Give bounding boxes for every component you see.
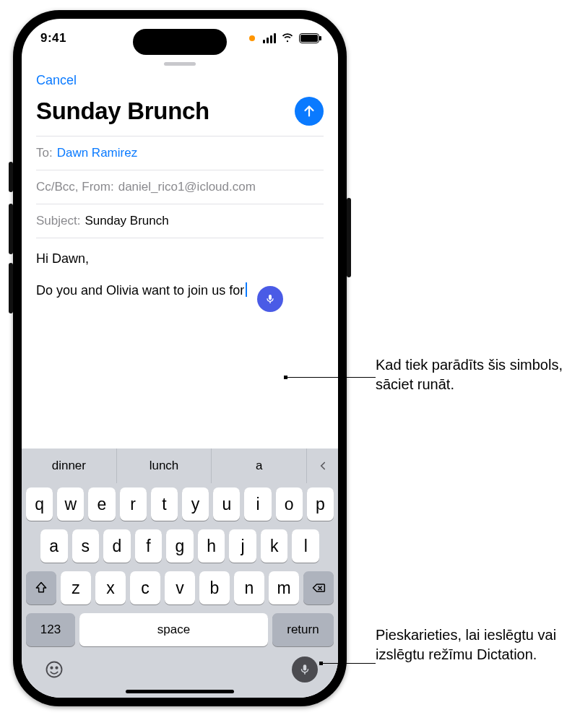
status-time: 9:41: [40, 31, 66, 46]
backspace-icon: [311, 581, 326, 595]
key-o[interactable]: o: [276, 488, 303, 521]
shift-icon: [34, 581, 48, 595]
compose-title: Sunday Brunch: [36, 98, 209, 125]
text-cursor: [246, 282, 247, 297]
key-p[interactable]: p: [307, 488, 334, 521]
key-u[interactable]: u: [213, 488, 240, 521]
to-label: To:: [36, 146, 53, 160]
mute-switch: [9, 162, 13, 192]
key-g[interactable]: g: [166, 529, 194, 563]
key-row-4: 123 space return: [22, 609, 338, 651]
key-m[interactable]: m: [269, 571, 299, 604]
key-row-1: q w e r t y u i o p: [22, 483, 338, 525]
suggestion-2[interactable]: lunch: [116, 448, 212, 483]
key-w[interactable]: w: [57, 488, 84, 521]
subject-value: Sunday Brunch: [85, 214, 168, 228]
key-i[interactable]: i: [244, 488, 271, 521]
suggestion-1[interactable]: dinner: [22, 448, 116, 483]
callout-dictation-symbol: Kad tiek parādīts šis simbols, sāciet ru…: [376, 355, 571, 394]
key-b[interactable]: b: [199, 571, 230, 604]
key-c[interactable]: c: [130, 571, 160, 604]
cc-label: Cc/Bcc, From:: [36, 180, 114, 194]
cellular-icon: [263, 33, 276, 43]
numbers-key[interactable]: 123: [26, 613, 75, 646]
key-x[interactable]: x: [95, 571, 126, 604]
to-field[interactable]: To: Dawn Ramirez: [36, 136, 324, 170]
cc-bcc-from-field[interactable]: Cc/Bcc, From: daniel_rico1@icloud.com: [36, 170, 324, 204]
mic-indicator-dot: [249, 35, 255, 41]
svg-point-0: [47, 662, 62, 677]
home-indicator[interactable]: [126, 690, 234, 693]
dynamic-island: [133, 29, 227, 55]
keyboard: dinner lunch a q w e r t y u i o: [22, 448, 338, 698]
key-n[interactable]: n: [234, 571, 264, 604]
dictation-indicator: [257, 286, 283, 312]
subject-label: Subject:: [36, 214, 80, 228]
microphone-icon: [264, 293, 276, 305]
iphone-frame: 9:41 Cancel Sunday Brunch: [13, 10, 347, 706]
body-greeting: Hi Dawn,: [36, 250, 324, 267]
key-d[interactable]: d: [103, 529, 131, 563]
key-k[interactable]: k: [261, 529, 288, 563]
shift-key[interactable]: [26, 571, 56, 604]
callout-line-2: [321, 663, 376, 664]
cc-value: daniel_rico1@icloud.com: [118, 180, 256, 194]
volume-up: [9, 204, 13, 254]
suggestion-bar: dinner lunch a: [22, 448, 338, 483]
send-button[interactable]: [295, 97, 324, 126]
wifi-icon: [281, 30, 294, 46]
chevron-left-icon: [316, 459, 329, 472]
cancel-button[interactable]: Cancel: [36, 67, 324, 92]
key-z[interactable]: z: [61, 571, 91, 604]
suggestion-3[interactable]: a: [211, 448, 306, 483]
key-y[interactable]: y: [182, 488, 209, 521]
battery-icon: [299, 33, 319, 43]
arrow-up-icon: [301, 103, 317, 119]
microphone-icon: [298, 663, 311, 676]
key-h[interactable]: h: [198, 529, 225, 563]
callout-line-1: [285, 377, 376, 378]
to-value: Dawn Ramirez: [57, 146, 137, 160]
key-r[interactable]: r: [120, 488, 147, 521]
key-j[interactable]: j: [229, 529, 256, 563]
collapse-suggestions[interactable]: [306, 448, 338, 483]
callout-dictation-toggle: Pieskarieties, lai ieslēgtu vai izslēgtu…: [376, 625, 571, 664]
return-key[interactable]: return: [272, 613, 334, 646]
backspace-key[interactable]: [303, 571, 334, 604]
key-v[interactable]: v: [165, 571, 195, 604]
side-button: [347, 198, 351, 277]
dictation-button[interactable]: [292, 656, 318, 682]
space-key[interactable]: space: [79, 613, 268, 646]
svg-point-1: [51, 667, 52, 669]
message-body[interactable]: Hi Dawn, Do you and Olivia want to join …: [36, 238, 324, 314]
key-t[interactable]: t: [151, 488, 178, 521]
sheet-grabber[interactable]: [164, 62, 196, 66]
svg-point-2: [56, 667, 57, 669]
emoji-icon: [44, 659, 64, 680]
key-s[interactable]: s: [72, 529, 100, 563]
key-row-2: a s d f g h j k l: [22, 525, 338, 567]
subject-field[interactable]: Subject: Sunday Brunch: [36, 204, 324, 238]
key-row-3: z x c v b n m: [22, 567, 338, 609]
key-l[interactable]: l: [292, 529, 319, 563]
volume-down: [9, 263, 13, 313]
key-q[interactable]: q: [26, 488, 53, 521]
key-f[interactable]: f: [135, 529, 163, 563]
key-e[interactable]: e: [88, 488, 115, 521]
emoji-key[interactable]: [42, 657, 66, 682]
key-a[interactable]: a: [40, 529, 68, 563]
